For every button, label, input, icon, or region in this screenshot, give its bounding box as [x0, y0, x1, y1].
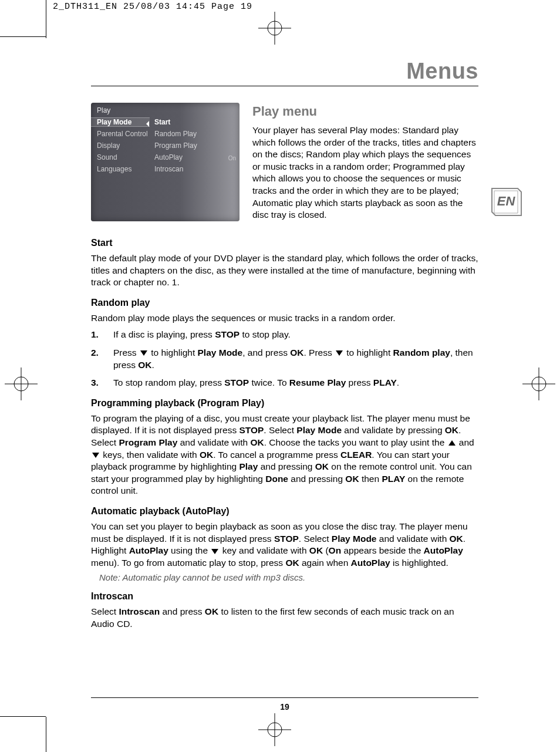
- paragraph: You can set you player to begin playback…: [91, 521, 478, 569]
- osd-row: Play Mode Start: [91, 116, 239, 128]
- osd-right-item: Start: [150, 118, 239, 126]
- list-item: 1.If a disc is playing, press STOP to st…: [91, 329, 478, 341]
- down-arrow-icon: [336, 350, 343, 356]
- section-random-play: Random play Random play mode plays the s…: [91, 298, 478, 389]
- paragraph: The default play mode of your DVD player…: [91, 252, 478, 289]
- osd-right-item: AutoPlayOn: [150, 153, 239, 161]
- intro-block: Play menu Your player has several Play m…: [252, 103, 478, 221]
- heading-program-play: Programming playback (Program Play): [91, 398, 478, 409]
- osd-right-item: Introscan: [150, 165, 239, 173]
- section-program-play: Programming playback (Program Play) To p…: [91, 398, 478, 497]
- heading-introscan: Introscan: [91, 591, 478, 602]
- osd-row: Parental Control Random Play: [91, 128, 239, 140]
- steps-list: 1.If a disc is playing, press STOP to st…: [91, 329, 478, 389]
- registration-mark-icon: [522, 367, 555, 400]
- osd-row: Display Program Play: [91, 140, 239, 151]
- osd-badge: On: [228, 155, 236, 161]
- osd-right-item: Program Play: [150, 141, 239, 150]
- note-text: Note: Automatic play cannot be used with…: [99, 572, 478, 582]
- registration-mark-icon: [258, 12, 291, 45]
- page-content: Menus Play Play Mode Start Parental Cont…: [91, 59, 478, 639]
- list-item: 2.Press to highlight Play Mode, and pres…: [91, 347, 478, 371]
- paragraph: Select Introscan and press OK to listen …: [91, 606, 478, 630]
- intro-paragraph: Your player has several Play modes: Stan…: [252, 124, 478, 221]
- print-slug: 2_DTH311_EN 25/08/03 14:45 Page 19: [53, 2, 252, 12]
- section-autoplay: Automatic playback (AutoPlay) You can se…: [91, 506, 478, 582]
- footer-rule: [91, 697, 478, 698]
- heading-random-play: Random play: [91, 298, 478, 308]
- svg-text:EN: EN: [497, 194, 516, 208]
- heading-start: Start: [91, 238, 478, 248]
- crop-mark: [46, 717, 46, 752]
- section-heading-play-menu: Play menu: [252, 103, 478, 120]
- section-start: Start The default play mode of your DVD …: [91, 238, 478, 289]
- crop-mark: [46, 0, 46, 38]
- heading-autoplay: Automatic playback (AutoPlay): [91, 506, 478, 517]
- section-introscan: Introscan Select Introscan and press OK …: [91, 591, 478, 630]
- paragraph: To program the playing of a disc, you mu…: [91, 413, 478, 497]
- registration-mark-icon: [258, 713, 291, 746]
- list-item: 3.To stop random play, press STOP twice.…: [91, 377, 478, 389]
- osd-left-item: Parental Control: [91, 130, 150, 138]
- left-arrow-icon: [146, 121, 149, 127]
- page-number: 19: [91, 702, 478, 711]
- osd-left-item: Languages: [91, 165, 150, 173]
- language-badge-en: EN: [488, 185, 524, 220]
- crop-mark: [0, 716, 46, 717]
- crop-mark: [0, 36, 46, 37]
- up-arrow-icon: [448, 440, 456, 446]
- osd-screenshot: Play Play Mode Start Parental Control Ra…: [91, 103, 239, 221]
- osd-right-item: Random Play: [150, 130, 239, 138]
- paragraph: Random play mode plays the sequences or …: [91, 312, 478, 325]
- registration-mark-icon: [5, 367, 38, 400]
- page-title: Menus: [91, 59, 478, 86]
- osd-left-item: Display: [91, 141, 150, 150]
- osd-row: Languages Introscan: [91, 163, 239, 175]
- osd-left-item: Play Mode: [91, 117, 150, 127]
- down-arrow-icon: [92, 453, 99, 458]
- osd-left-item: Sound: [91, 153, 150, 161]
- osd-row: Sound AutoPlayOn: [91, 151, 239, 163]
- down-arrow-icon: [140, 350, 147, 356]
- down-arrow-icon: [211, 549, 218, 554]
- osd-header: Play: [91, 106, 239, 116]
